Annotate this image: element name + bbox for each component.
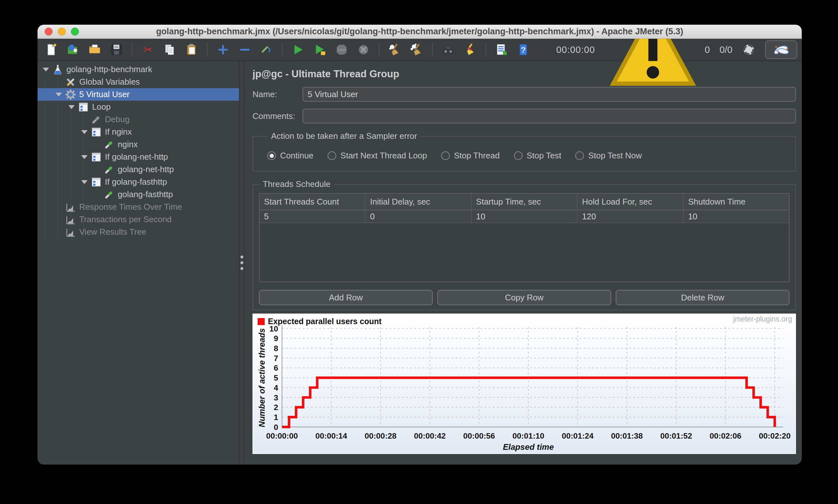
- table-cell[interactable]: 0: [365, 210, 471, 222]
- radio-circle-icon[interactable]: [328, 151, 336, 160]
- x-tick-label: 00:00:56: [463, 432, 495, 440]
- x-tick-label: 00:02:06: [710, 432, 741, 440]
- expand-arrow-icon[interactable]: [39, 68, 52, 72]
- tree-item-if-nginx[interactable]: If nginx: [37, 126, 239, 138]
- tree-item-label: golang-net-http: [118, 164, 174, 175]
- table-cell[interactable]: 10: [684, 210, 789, 222]
- help-button[interactable]: ?: [514, 41, 532, 59]
- tree-item-view-results-tree[interactable]: View Results Tree: [37, 226, 239, 238]
- search-reset-button[interactable]: [461, 41, 479, 59]
- jmeter-logo-button[interactable]: [765, 40, 797, 59]
- radio-stop-test-now[interactable]: Stop Test Now: [575, 151, 642, 161]
- tree-item-label: nginx: [118, 140, 138, 149]
- templates-button[interactable]: [64, 41, 82, 59]
- threads-schedule-group: Threads Schedule Start Threads CountInit…: [252, 179, 796, 310]
- radio-label: Start Next Thread Loop: [341, 151, 427, 161]
- expand-all-button[interactable]: [214, 41, 232, 59]
- comments-input[interactable]: [302, 109, 796, 123]
- titlebar[interactable]: golang-http-benchmark.jmx (/Users/nicola…: [37, 25, 802, 39]
- shutdown-icon: [357, 43, 370, 56]
- table-header-row: Start Threads CountInitial Delay, secSta…: [260, 194, 789, 210]
- tree-item-nginx[interactable]: nginx: [37, 138, 239, 151]
- expand-arrow-icon[interactable]: [78, 155, 91, 159]
- x-tick-label: 00:00:14: [315, 432, 347, 440]
- tree-item-global-variables[interactable]: Global Variables: [37, 76, 239, 88]
- save-button[interactable]: [107, 41, 125, 59]
- tree-item-loop[interactable]: Loop: [37, 101, 239, 113]
- search-button[interactable]: [439, 41, 457, 59]
- close-button[interactable]: [45, 28, 53, 36]
- radio-circle-icon[interactable]: [441, 151, 450, 160]
- tree-item-golang-net-http[interactable]: golang-net-http: [37, 163, 239, 176]
- radio-circle-icon[interactable]: [575, 151, 584, 160]
- svg-text:?: ?: [521, 46, 526, 54]
- radio-label: Stop Thread: [454, 151, 500, 161]
- radio-stop-test[interactable]: Stop Test: [514, 151, 561, 161]
- table-cell[interactable]: 5: [260, 210, 365, 222]
- toolbar: ✂STOP? 00:00:00 0 0/0: [37, 39, 802, 61]
- y-tick-label: 5: [274, 374, 278, 382]
- radio-continue[interactable]: Continue: [267, 151, 313, 161]
- minimize-button[interactable]: [58, 28, 66, 36]
- open-file-button[interactable]: [86, 41, 104, 59]
- chart-listener-icon: [65, 202, 76, 213]
- play-alt-icon: [313, 43, 327, 56]
- traffic-lights: [45, 28, 79, 36]
- globe-icon: [742, 43, 755, 56]
- binoculars-icon: [441, 43, 455, 56]
- toolbar-separator: [132, 43, 133, 57]
- y-axis-title: Number of active threads: [257, 328, 266, 427]
- y-tick-label: 4: [274, 383, 278, 392]
- tree-item-label: If golang-fasthttp: [105, 177, 167, 187]
- radio-circle-icon[interactable]: [267, 151, 276, 160]
- tree-item-transactions-per-second[interactable]: Transactions per Second: [37, 213, 239, 226]
- add-row-button[interactable]: Add Row: [259, 290, 433, 305]
- paste-button[interactable]: [182, 41, 200, 59]
- copy-row-button[interactable]: Copy Row: [437, 290, 611, 305]
- table-cell[interactable]: 120: [577, 210, 683, 222]
- window-title: golang-http-benchmark.jmx (/Users/nicola…: [37, 26, 802, 37]
- tree-item-if-golang-fasthttp[interactable]: If golang-fasthttp: [37, 176, 239, 188]
- table-cell[interactable]: 10: [472, 210, 577, 222]
- cut-button[interactable]: ✂: [139, 41, 157, 59]
- table-column-header: Startup Time, sec: [472, 194, 577, 210]
- tree-item-response-times-over-time[interactable]: Response Times Over Time: [37, 201, 239, 213]
- y-tick-label: 8: [274, 344, 278, 353]
- shutdown-button: [354, 41, 372, 59]
- sampler-icon: [104, 139, 115, 150]
- delete-row-button[interactable]: Delete Row: [616, 290, 789, 305]
- clear-all-button[interactable]: [408, 41, 426, 59]
- tree-item-5-virtual-user[interactable]: 5 Virtual User: [37, 88, 239, 101]
- tree-item-if-golang-net-http[interactable]: If golang-net-http: [37, 151, 239, 163]
- threads-schedule-table: Start Threads CountInitial Delay, secSta…: [259, 193, 789, 282]
- radio-start-next-thread-loop[interactable]: Start Next Thread Loop: [328, 151, 427, 161]
- new-file-button[interactable]: [42, 41, 60, 59]
- gear-icon: [65, 89, 76, 100]
- function-helper-button[interactable]: [492, 41, 510, 59]
- clear-button[interactable]: [386, 41, 404, 59]
- copy-button[interactable]: [161, 41, 179, 59]
- y-tick-label: 1: [274, 413, 278, 421]
- table-column-header: Shutdown Time: [684, 194, 789, 210]
- sampler-icon: [104, 189, 115, 200]
- expand-arrow-icon[interactable]: [52, 93, 65, 96]
- splitter-grip-icon: [241, 255, 244, 270]
- tree-item-golang-fasthttp[interactable]: golang-fasthttp: [37, 188, 239, 201]
- paste-icon: [185, 43, 198, 56]
- radio-circle-icon[interactable]: [514, 151, 523, 160]
- zoom-button[interactable]: [71, 28, 79, 36]
- y-tick-label: 0: [274, 423, 278, 432]
- start-button[interactable]: [289, 41, 307, 59]
- collapse-all-button[interactable]: [236, 41, 254, 59]
- expand-arrow-icon[interactable]: [78, 130, 91, 134]
- toggle-enabled-button[interactable]: [258, 41, 276, 59]
- radio-stop-thread[interactable]: Stop Thread: [441, 151, 500, 161]
- expand-arrow-icon[interactable]: [65, 105, 78, 109]
- expand-arrow-icon[interactable]: [78, 180, 91, 184]
- start-no-pauses-button[interactable]: [311, 41, 329, 59]
- x-tick-label: 00:01:10: [512, 432, 544, 440]
- name-input[interactable]: [302, 87, 796, 102]
- tree-item-debug[interactable]: Debug: [37, 113, 239, 126]
- tree-item-golang-http-benchmark[interactable]: golang-http-benchmark: [37, 63, 239, 76]
- panel-splitter[interactable]: [239, 61, 245, 465]
